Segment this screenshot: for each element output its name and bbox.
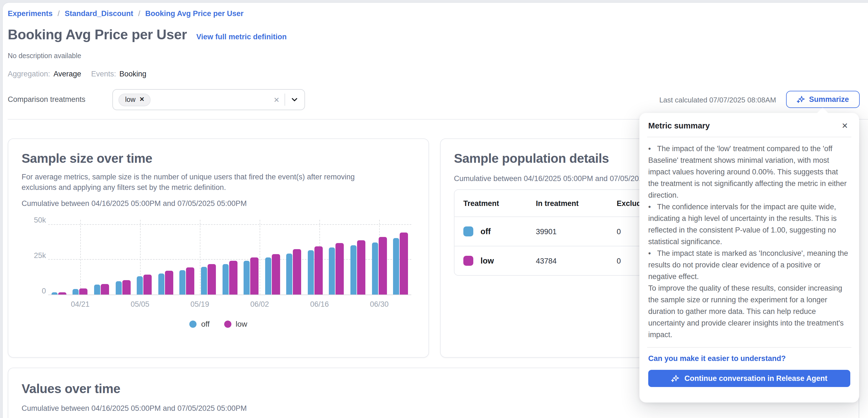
bar-low: [208, 264, 216, 295]
x-axis-label: 06/16: [310, 300, 329, 308]
easier-to-understand-link[interactable]: Can you make it easier to understand?: [648, 354, 850, 363]
header-in-treatment: In treatment: [527, 199, 608, 207]
select-divider: [284, 94, 285, 106]
in-treatment-value: 43784: [527, 257, 608, 265]
sample-size-description: For average metrics, sample size is the …: [22, 172, 387, 193]
legend-item-off[interactable]: off: [190, 320, 210, 328]
bar-off: [222, 264, 228, 295]
treatment-name: off: [480, 227, 491, 236]
comparison-treatments-label: Comparison treatments: [8, 95, 86, 103]
page-description: No description available: [8, 52, 81, 60]
aggregation-label: Aggregation:: [8, 70, 50, 78]
chevron-down-icon[interactable]: [290, 95, 299, 104]
legend-dot-off: [190, 320, 197, 327]
v-gridline: [259, 220, 260, 295]
treatment-multiselect[interactable]: low ✕ ✕: [113, 89, 305, 110]
experiment-metric-page: Experiments / Standard_Discount / Bookin…: [0, 0, 868, 418]
last-calculated-text: Last calculated 07/07/2025 08:08AM: [659, 96, 776, 104]
page-title: Booking Avg Price per User: [8, 27, 187, 42]
continue-conversation-button[interactable]: Continue conversation in Release Agent: [648, 370, 850, 387]
select-controls: ✕: [274, 94, 299, 106]
x-axis-label: 05/19: [190, 300, 209, 308]
y-axis-label-0: 0: [22, 287, 46, 295]
breadcrumb-separator: /: [58, 9, 60, 18]
bar-off: [308, 250, 314, 295]
treatment-swatch-low: [463, 256, 473, 266]
x-axis-label: 06/02: [250, 300, 269, 308]
summary-bullet: The impact of the 'low' treatment compar…: [648, 143, 850, 201]
events-label: Events:: [91, 70, 116, 78]
breadcrumb-metric-name[interactable]: Booking Avg Price per User: [145, 9, 244, 18]
bar-low: [58, 292, 66, 295]
bar-off: [393, 238, 399, 295]
bar-low: [293, 249, 302, 295]
remove-tag-icon[interactable]: ✕: [140, 96, 145, 103]
summary-bullet: The impact state is marked as 'Inconclus…: [648, 247, 850, 282]
sample-size-card: Sample size over time For average metric…: [8, 139, 429, 358]
summarize-button[interactable]: Summarize: [786, 91, 860, 108]
h-gridline: [48, 224, 411, 225]
breadcrumb-experiment-name[interactable]: Standard_Discount: [65, 9, 133, 18]
sparkles-icon: [797, 95, 805, 103]
x-axis-label: 04/21: [71, 300, 90, 308]
continue-conversation-label: Continue conversation in Release Agent: [684, 374, 828, 383]
bar-off: [329, 248, 335, 295]
y-axis-label-25k: 25k: [22, 251, 46, 260]
treatment-tag-label: low: [125, 95, 135, 103]
bar-off: [372, 242, 378, 295]
breadcrumb-separator: /: [138, 9, 140, 18]
popover-header: Metric summary ✕: [648, 120, 850, 131]
bar-off: [244, 261, 250, 295]
bar-low: [272, 254, 280, 295]
treatment-name: low: [480, 256, 494, 265]
treatment-swatch-off: [463, 227, 473, 236]
bar-low: [229, 261, 237, 295]
bar-off: [73, 289, 79, 295]
summarize-label: Summarize: [809, 95, 849, 103]
legend-label-off: off: [201, 320, 210, 328]
bar-low: [122, 280, 130, 295]
bar-off: [137, 276, 143, 295]
values-cumulative: Cumulative between 04/16/2025 05:00PM an…: [22, 403, 845, 414]
y-axis-label-50k: 50k: [22, 216, 46, 224]
view-metric-definition-link[interactable]: View full metric definition: [196, 33, 287, 41]
v-gridline: [200, 220, 200, 295]
bar-off: [286, 254, 292, 295]
events-value: Booking: [119, 70, 147, 78]
title-row: Booking Avg Price per User View full met…: [8, 27, 287, 42]
legend-dot-low: [224, 320, 231, 327]
bar-low: [186, 268, 194, 295]
popover-divider: [647, 137, 851, 137]
summary-bullet: The confidence intervals for the impact …: [648, 201, 850, 247]
bar-low: [336, 243, 344, 295]
bar-low: [165, 271, 173, 295]
sample-size-bar-chart: [48, 220, 411, 295]
in-treatment-value: 39901: [527, 227, 608, 236]
bar-low: [314, 246, 323, 295]
legend-item-low[interactable]: low: [224, 320, 247, 328]
close-icon[interactable]: ✕: [839, 120, 850, 131]
clear-selection-icon[interactable]: ✕: [274, 95, 280, 104]
sample-size-title: Sample size over time: [22, 151, 415, 166]
legend-label-low: low: [236, 320, 247, 328]
summary-paragraph: To improve the quality of these results,…: [648, 282, 850, 340]
popover-divider: [647, 347, 851, 348]
popover-body: The impact of the 'low' treatment compar…: [648, 143, 850, 340]
aggregation-value: Average: [54, 70, 81, 78]
bar-off: [52, 292, 58, 295]
x-axis-label: 06/30: [370, 300, 389, 308]
bar-low: [101, 284, 109, 295]
breadcrumb-experiments[interactable]: Experiments: [8, 9, 53, 18]
bar-off: [158, 273, 164, 295]
breadcrumb: Experiments / Standard_Discount / Bookin…: [8, 9, 244, 18]
sparkles-icon: [671, 374, 680, 383]
chart-legend: off low: [8, 320, 429, 328]
bar-low: [400, 233, 408, 295]
bar-off: [201, 267, 207, 295]
bar-off: [116, 281, 122, 295]
metric-summary-popover: Metric summary ✕ The impact of the 'low'…: [640, 113, 859, 402]
treatment-tag-low[interactable]: low ✕: [119, 93, 151, 106]
bar-off: [350, 245, 356, 295]
x-axis-label: 05/05: [131, 300, 150, 308]
header-treatment: Treatment: [455, 199, 527, 207]
